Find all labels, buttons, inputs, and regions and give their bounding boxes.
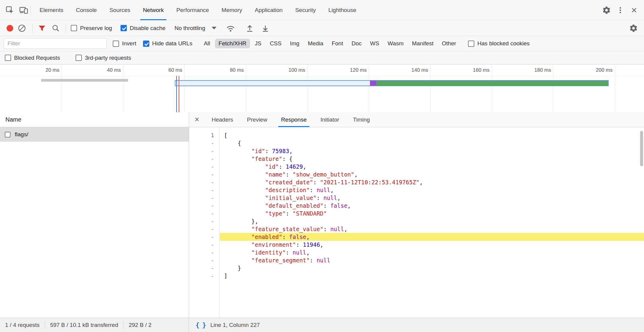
request-detail-panel: × HeadersPreviewResponseInitiatorTiming …	[189, 112, 644, 318]
third-party-requests-checkbox[interactable]: 3rd-party requests	[76, 55, 131, 61]
detail-tab-response[interactable]: Response	[274, 112, 314, 127]
code-line: {	[220, 139, 644, 147]
gutter-line-marker: -	[189, 225, 219, 233]
has-blocked-cookies-checkbox[interactable]: Has blocked cookies	[468, 40, 529, 47]
clear-requests-icon[interactable]	[15, 21, 29, 35]
blocked-requests-checkbox-box[interactable]	[5, 55, 11, 61]
pretty-print-icon[interactable]: { }	[195, 321, 206, 329]
resource-type-filters: AllFetch/XHRJSCSSImgMediaFontDocWSWasmMa…	[200, 39, 460, 48]
filter-type-css[interactable]: CSS	[266, 39, 285, 48]
filter-funnel-icon[interactable]	[35, 21, 49, 35]
code-line: ]	[220, 272, 644, 280]
filter-type-fetch-xhr[interactable]: Fetch/XHR	[215, 39, 250, 48]
hide-data-urls-checkbox[interactable]: Hide data URLs	[143, 40, 192, 47]
code-line: "environment": 11946,	[220, 241, 644, 249]
filter-type-doc[interactable]: Doc	[348, 39, 365, 48]
response-gutter: 1------------------	[189, 127, 219, 318]
tab-elements[interactable]: Elements	[33, 0, 70, 20]
gutter-line-marker: -	[189, 202, 219, 210]
export-har-icon[interactable]	[258, 21, 272, 35]
preserve-log-checkbox-box[interactable]	[71, 25, 77, 31]
tab-lighthouse[interactable]: Lighthouse	[322, 0, 362, 20]
request-list-panel: Name flags/	[0, 112, 189, 318]
gutter-line-marker: -	[189, 194, 219, 202]
disable-cache-label: Disable cache	[130, 25, 165, 32]
network-conditions-icon[interactable]	[224, 21, 237, 35]
request-row-flags[interactable]: flags/	[0, 127, 189, 142]
name-column-header[interactable]: Name	[0, 112, 189, 127]
blocked-requests-label: Blocked Requests	[14, 55, 60, 61]
code-line: "id": 75983,	[220, 147, 644, 155]
tab-memory[interactable]: Memory	[215, 0, 249, 20]
status-bar: 1 / 4 requests 597 B / 10.1 kB transferr…	[0, 318, 644, 332]
tab-application[interactable]: Application	[249, 0, 289, 20]
search-icon[interactable]	[49, 21, 63, 35]
filter-type-media[interactable]: Media	[304, 39, 327, 48]
timeline-tick-label: 100 ms	[288, 67, 307, 73]
gutter-line-marker: -	[189, 139, 219, 147]
inspect-element-icon[interactable]	[3, 3, 17, 17]
import-har-icon[interactable]	[243, 21, 257, 35]
filter-type-ws[interactable]: WS	[366, 39, 383, 48]
filter-type-other[interactable]: Other	[438, 39, 460, 48]
detail-tab-headers[interactable]: Headers	[205, 112, 240, 127]
settings-gear-icon[interactable]	[600, 3, 613, 17]
close-detail-icon[interactable]: ×	[189, 112, 205, 127]
hide-data-urls-checkbox-box[interactable]	[143, 41, 149, 47]
network-toolbar: Preserve log Disable cache No throttling	[0, 20, 644, 36]
toolbar-divider	[66, 23, 66, 33]
disable-cache-checkbox-box[interactable]	[121, 25, 127, 31]
response-code: [ { "id": 75983, "feature": { "id": 1462…	[220, 127, 644, 318]
request-row-checkbox[interactable]	[5, 132, 10, 137]
device-toolbar-icon[interactable]	[17, 3, 31, 17]
filter-type-font[interactable]: Font	[328, 39, 347, 48]
gutter-line-marker: -	[189, 256, 219, 264]
code-line: "identity": null,	[220, 249, 644, 256]
filter-type-wasm[interactable]: Wasm	[384, 39, 407, 48]
detail-tabs-container: HeadersPreviewResponseInitiatorTiming	[205, 112, 377, 127]
filter-type-manifest[interactable]: Manifest	[408, 39, 437, 48]
tab-sources[interactable]: Sources	[103, 0, 137, 20]
invert-checkbox[interactable]: Invert	[113, 40, 136, 47]
code-line: [	[220, 131, 644, 139]
timeline-tick-label: 120 ms	[350, 67, 369, 73]
disable-cache-checkbox[interactable]: Disable cache	[121, 25, 165, 32]
code-line: "initial_value": null,	[220, 194, 644, 202]
has-blocked-cookies-checkbox-box[interactable]	[468, 41, 474, 47]
invert-checkbox-box[interactable]	[113, 41, 119, 47]
request-filters-row: Blocked Requests 3rd-party requests	[0, 51, 644, 65]
detail-tab-initiator[interactable]: Initiator	[314, 112, 346, 127]
close-devtools-icon[interactable]: ×	[627, 3, 641, 17]
network-settings-gear-icon[interactable]	[627, 21, 640, 35]
filter-input[interactable]	[4, 38, 107, 49]
throttling-select[interactable]: No throttling	[174, 25, 216, 32]
main-tabs: ElementsConsoleSourcesNetworkPerformance…	[33, 0, 362, 20]
waterfall-bar-secondary	[41, 79, 128, 82]
filter-type-img[interactable]: Img	[286, 39, 303, 48]
detail-tab-timing[interactable]: Timing	[346, 112, 377, 127]
more-options-kebab-icon[interactable]	[613, 3, 627, 17]
timeline-tick-label: 60 ms	[168, 67, 184, 73]
preserve-log-checkbox[interactable]: Preserve log	[71, 25, 112, 32]
blocked-requests-checkbox[interactable]: Blocked Requests	[5, 55, 60, 61]
detail-tab-bar: × HeadersPreviewResponseInitiatorTiming	[189, 112, 644, 127]
filter-type-all[interactable]: All	[200, 39, 214, 48]
third-party-requests-checkbox-box[interactable]	[76, 55, 82, 61]
record-button[interactable]	[7, 25, 13, 32]
toolbar-divider	[32, 23, 33, 33]
tab-security[interactable]: Security	[289, 0, 322, 20]
tab-performance[interactable]: Performance	[170, 0, 215, 20]
code-line: },	[220, 217, 644, 225]
tab-network[interactable]: Network	[137, 0, 170, 20]
detail-tab-preview[interactable]: Preview	[240, 112, 274, 127]
filter-type-js[interactable]: JS	[251, 39, 265, 48]
hide-data-urls-label: Hide data URLs	[152, 40, 192, 47]
tab-console[interactable]: Console	[70, 0, 103, 20]
gutter-line-marker: -	[189, 249, 219, 256]
code-line: "feature_state_value": null,	[220, 225, 644, 233]
resources-summary: 292 B / 2	[124, 322, 157, 328]
code-line-highlighted: "enabled": false,	[220, 233, 644, 241]
timeline-tick-label: 80 ms	[230, 67, 246, 73]
network-overview-timeline[interactable]: 20 ms40 ms60 ms80 ms100 ms120 ms140 ms16…	[0, 65, 644, 113]
vertical-scrollbar-thumb[interactable]	[640, 131, 643, 166]
